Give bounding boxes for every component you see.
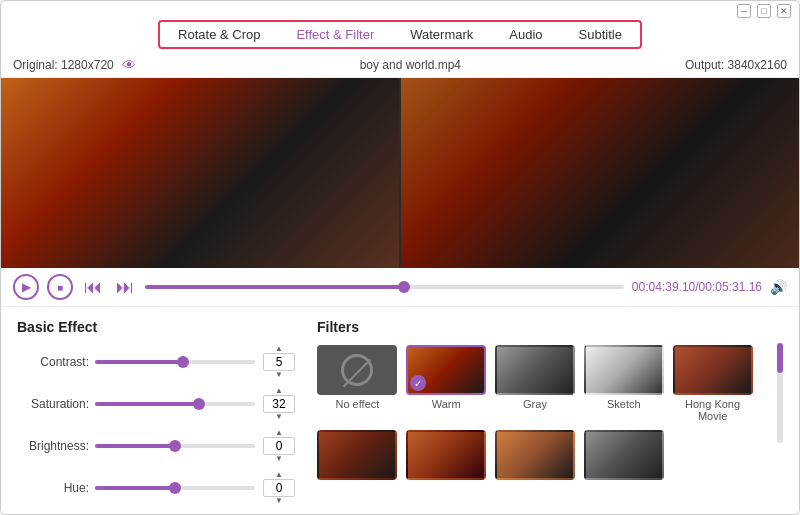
tab-watermark[interactable]: Watermark <box>392 22 491 47</box>
progress-track[interactable] <box>145 285 624 289</box>
tab-audio[interactable]: Audio <box>491 22 560 47</box>
prev-button[interactable]: ⏮ <box>81 275 105 299</box>
original-resolution: Original: 1280x720 <box>13 58 114 72</box>
time-total: 00:05:31.16 <box>699 280 762 294</box>
hue-value: 0 <box>263 479 295 497</box>
saturation-row: Saturation: ▲ 32 ▼ <box>17 387 297 421</box>
video-canvas-left <box>1 78 399 268</box>
brightness-fill <box>95 444 175 448</box>
tab-bar: Rotate & Crop Effect & Filter Watermark … <box>158 20 642 49</box>
brightness-up[interactable]: ▲ <box>275 429 283 437</box>
hue-up[interactable]: ▲ <box>275 471 283 479</box>
contrast-value-box: ▲ 5 ▼ <box>261 345 297 379</box>
saturation-value: 32 <box>263 395 295 413</box>
filter-label-hk: Hong Kong Movie <box>672 398 753 422</box>
close-button[interactable]: ✕ <box>777 4 791 18</box>
brightness-label: Brightness: <box>17 439 89 453</box>
hue-fill <box>95 486 175 490</box>
eye-icon[interactable]: 👁 <box>122 57 136 73</box>
playback-bar: ▶ ■ ⏮ ⏭ 00:04:39.10/00:05:31.16 🔊 <box>1 268 799 307</box>
main-window: ─ □ ✕ Rotate & Crop Effect & Filter Wate… <box>0 0 800 515</box>
saturation-fill <box>95 402 199 406</box>
filter-label-gray: Gray <box>523 398 547 410</box>
next-button[interactable]: ⏭ <box>113 275 137 299</box>
filters-grid: No effect ✓ Warm Gray Sketch <box>317 345 757 483</box>
contrast-thumb <box>177 356 189 368</box>
stop-button[interactable]: ■ <box>47 274 73 300</box>
hue-row: Hue: ▲ 0 ▼ <box>17 471 297 505</box>
filter-no-effect[interactable]: No effect <box>317 345 398 422</box>
filename: boy and world.mp4 <box>360 58 461 72</box>
maximize-button[interactable]: □ <box>757 4 771 18</box>
info-bar: Original: 1280x720 👁 boy and world.mp4 O… <box>1 53 799 78</box>
video-panel-left <box>1 78 399 268</box>
filter-r1[interactable] <box>317 430 398 483</box>
tab-rotate[interactable]: Rotate & Crop <box>160 22 278 47</box>
filters-panel: Filters No effect ✓ Warm <box>317 319 757 515</box>
contrast-fill <box>95 360 183 364</box>
filter-thumb-gray <box>495 345 575 395</box>
filter-label-sketch: Sketch <box>607 398 641 410</box>
contrast-up[interactable]: ▲ <box>275 345 283 353</box>
time-current: 00:04:39.10 <box>632 280 695 294</box>
filter-thumb-hk <box>673 345 753 395</box>
filter-label-no-effect: No effect <box>335 398 379 410</box>
progress-thumb <box>398 281 410 293</box>
volume-icon[interactable]: 🔊 <box>770 279 787 295</box>
filter-scrollbar[interactable] <box>777 343 783 443</box>
contrast-label: Contrast: <box>17 355 89 369</box>
filter-thumb-r3 <box>495 430 575 480</box>
saturation-slider[interactable] <box>95 402 255 406</box>
filters-title: Filters <box>317 319 757 335</box>
basic-effect-title: Basic Effect <box>17 319 297 335</box>
video-canvas-right <box>401 78 799 268</box>
tab-effect[interactable]: Effect & Filter <box>278 22 392 47</box>
contrast-slider[interactable] <box>95 360 255 364</box>
filter-label-warm: Warm <box>432 398 461 410</box>
effect-panel: Basic Effect Contrast: ▲ 5 ▼ Saturation: <box>17 319 297 515</box>
brightness-thumb <box>169 440 181 452</box>
hue-label: Hue: <box>17 481 89 495</box>
time-display: 00:04:39.10/00:05:31.16 <box>632 280 762 294</box>
hue-slider[interactable] <box>95 486 255 490</box>
saturation-up[interactable]: ▲ <box>275 387 283 395</box>
brightness-value: 0 <box>263 437 295 455</box>
header-area: ─ □ ✕ Rotate & Crop Effect & Filter Wate… <box>1 1 799 53</box>
filter-thumb-no-effect <box>317 345 397 395</box>
output-resolution: Output: 3840x2160 <box>685 58 787 72</box>
filter-thumb-r1 <box>317 430 397 480</box>
saturation-label: Saturation: <box>17 397 89 411</box>
filter-sketch[interactable]: Sketch <box>583 345 664 422</box>
filter-warm[interactable]: ✓ Warm <box>406 345 487 422</box>
saturation-down[interactable]: ▼ <box>275 413 283 421</box>
preview-area <box>1 78 799 268</box>
filter-thumb-r4 <box>584 430 664 480</box>
bottom-section: Basic Effect Contrast: ▲ 5 ▼ Saturation: <box>1 307 799 515</box>
hue-value-box: ▲ 0 ▼ <box>261 471 297 505</box>
contrast-value: 5 <box>263 353 295 371</box>
filter-r3[interactable] <box>495 430 576 483</box>
minimize-button[interactable]: ─ <box>737 4 751 18</box>
filter-r2[interactable] <box>406 430 487 483</box>
contrast-down[interactable]: ▼ <box>275 371 283 379</box>
title-buttons: ─ □ ✕ <box>1 1 799 18</box>
brightness-value-box: ▲ 0 ▼ <box>261 429 297 463</box>
filter-scrollbar-thumb <box>777 343 783 373</box>
brightness-slider[interactable] <box>95 444 255 448</box>
filter-gray[interactable]: Gray <box>495 345 576 422</box>
brightness-down[interactable]: ▼ <box>275 455 283 463</box>
brightness-row: Brightness: ▲ 0 ▼ <box>17 429 297 463</box>
hue-down[interactable]: ▼ <box>275 497 283 505</box>
tab-subtitle[interactable]: Subtitle <box>561 22 640 47</box>
filter-thumb-sketch <box>584 345 664 395</box>
progress-fill <box>145 285 404 289</box>
play-button[interactable]: ▶ <box>13 274 39 300</box>
hue-thumb <box>169 482 181 494</box>
no-effect-icon <box>341 354 373 386</box>
saturation-value-box: ▲ 32 ▼ <box>261 387 297 421</box>
filter-thumb-r2 <box>406 430 486 480</box>
filter-r4[interactable] <box>583 430 664 483</box>
filter-hk-movie[interactable]: Hong Kong Movie <box>672 345 753 422</box>
filter-thumb-warm: ✓ <box>406 345 486 395</box>
filter-check-warm: ✓ <box>410 375 426 391</box>
